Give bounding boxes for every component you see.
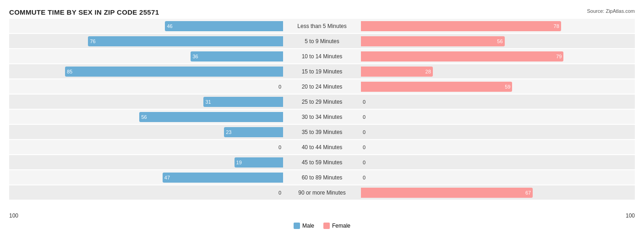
right-section: 28 <box>361 64 635 78</box>
left-section: 76 <box>9 34 283 48</box>
row-label: 25 to 29 Minutes <box>283 99 361 105</box>
chart-row: 765 to 9 Minutes56 <box>9 34 635 48</box>
row-label: 60 to 89 Minutes <box>283 174 361 181</box>
row-label: 35 to 39 Minutes <box>283 129 361 135</box>
left-section: 36 <box>9 49 283 63</box>
right-section: 0 <box>361 95 635 109</box>
male-bar: 85 <box>65 67 283 77</box>
male-bar: 76 <box>88 36 283 46</box>
legend-female: Female <box>323 223 350 229</box>
male-value: 46 <box>167 23 172 29</box>
row-label: 45 to 59 Minutes <box>283 159 361 166</box>
male-value-zero: 0 <box>278 145 281 150</box>
male-bar: 46 <box>165 21 283 31</box>
row-label: 40 to 44 Minutes <box>283 144 361 151</box>
male-bar: 19 <box>235 157 283 167</box>
left-section: 19 <box>9 155 283 169</box>
male-value: 76 <box>90 39 95 44</box>
female-bar: 67 <box>361 188 533 198</box>
female-label: Female <box>332 223 350 229</box>
legend-male: Male <box>294 223 314 229</box>
female-bar: 79 <box>361 51 563 61</box>
female-value-zero: 0 <box>363 145 366 150</box>
male-label: Male <box>302 223 314 229</box>
female-value: 67 <box>525 190 531 195</box>
female-value: 79 <box>556 54 562 59</box>
row-label: 30 to 34 Minutes <box>283 114 361 120</box>
row-label: Less than 5 Minutes <box>283 23 361 29</box>
row-label: 10 to 14 Minutes <box>283 53 361 60</box>
male-value-zero: 0 <box>278 190 281 195</box>
left-section: 0 <box>9 79 283 94</box>
male-value: 47 <box>164 175 170 180</box>
left-section: 0 <box>9 140 283 154</box>
left-section: 56 <box>9 110 283 124</box>
female-value-zero: 0 <box>363 175 366 180</box>
left-section: 46 <box>9 19 283 33</box>
female-bar: 28 <box>361 67 433 77</box>
male-bar: 47 <box>163 173 283 183</box>
male-bar: 23 <box>224 127 283 137</box>
female-bar: 59 <box>361 82 512 92</box>
chart-row: 1945 to 59 Minutes0 <box>9 155 635 169</box>
row-label: 5 to 9 Minutes <box>283 38 361 45</box>
right-section: 78 <box>361 19 635 33</box>
right-section: 0 <box>361 170 635 184</box>
left-section: 31 <box>9 95 283 109</box>
male-value-zero: 0 <box>278 84 281 89</box>
right-section: 59 <box>361 79 635 94</box>
right-section: 0 <box>361 140 635 154</box>
female-value-zero: 0 <box>363 160 366 165</box>
source-label: Source: ZipAtlas.com <box>587 8 635 14</box>
right-section: 67 <box>361 185 635 200</box>
row-label: 20 to 24 Minutes <box>283 84 361 90</box>
left-section: 23 <box>9 125 283 139</box>
female-value-zero: 0 <box>363 99 366 105</box>
axis-labels: 100 100 <box>9 212 635 219</box>
male-color-box <box>294 223 300 229</box>
female-value: 56 <box>497 39 502 44</box>
male-value: 36 <box>192 54 198 59</box>
male-value: 56 <box>141 114 147 120</box>
female-value-zero: 0 <box>363 129 366 135</box>
chart-row: 4760 to 89 Minutes0 <box>9 170 635 184</box>
left-section: 47 <box>9 170 283 184</box>
female-bar: 78 <box>361 21 561 31</box>
female-color-box <box>323 223 330 229</box>
male-value: 23 <box>226 129 231 135</box>
male-value: 85 <box>67 69 72 74</box>
axis-right-label: 100 <box>626 212 635 219</box>
female-value: 78 <box>554 23 559 29</box>
right-section: 0 <box>361 125 635 139</box>
chart-row: 5630 to 34 Minutes0 <box>9 110 635 124</box>
chart-row: 8515 to 19 Minutes28 <box>9 64 635 78</box>
female-value: 59 <box>505 84 510 89</box>
male-value: 19 <box>236 160 242 165</box>
chart-row: 090 or more Minutes67 <box>9 185 635 200</box>
chart-area: 46Less than 5 Minutes78765 to 9 Minutes5… <box>9 19 635 212</box>
chart-row: 46Less than 5 Minutes78 <box>9 19 635 33</box>
right-section: 79 <box>361 49 635 63</box>
chart-row: 3610 to 14 Minutes79 <box>9 49 635 63</box>
female-value: 28 <box>426 69 431 74</box>
row-label: 90 or more Minutes <box>283 190 361 196</box>
male-bar: 56 <box>139 112 283 122</box>
female-bar: 56 <box>361 36 505 46</box>
chart-row: 040 to 44 Minutes0 <box>9 140 635 154</box>
female-value-zero: 0 <box>363 114 366 120</box>
chart-title: COMMUTE TIME BY SEX IN ZIP CODE 25571 <box>9 8 635 16</box>
chart-row: 020 to 24 Minutes59 <box>9 79 635 94</box>
left-section: 0 <box>9 185 283 200</box>
right-section: 0 <box>361 110 635 124</box>
left-section: 85 <box>9 64 283 78</box>
chart-row: 2335 to 39 Minutes0 <box>9 125 635 139</box>
chart-container: COMMUTE TIME BY SEX IN ZIP CODE 25571 So… <box>0 0 644 240</box>
male-value: 31 <box>205 99 211 105</box>
right-section: 0 <box>361 155 635 169</box>
right-section: 56 <box>361 34 635 48</box>
chart-row: 3125 to 29 Minutes0 <box>9 95 635 109</box>
male-bar: 36 <box>191 51 283 61</box>
legend: Male Female <box>9 223 635 229</box>
male-bar: 31 <box>203 97 283 107</box>
row-label: 15 to 19 Minutes <box>283 68 361 75</box>
